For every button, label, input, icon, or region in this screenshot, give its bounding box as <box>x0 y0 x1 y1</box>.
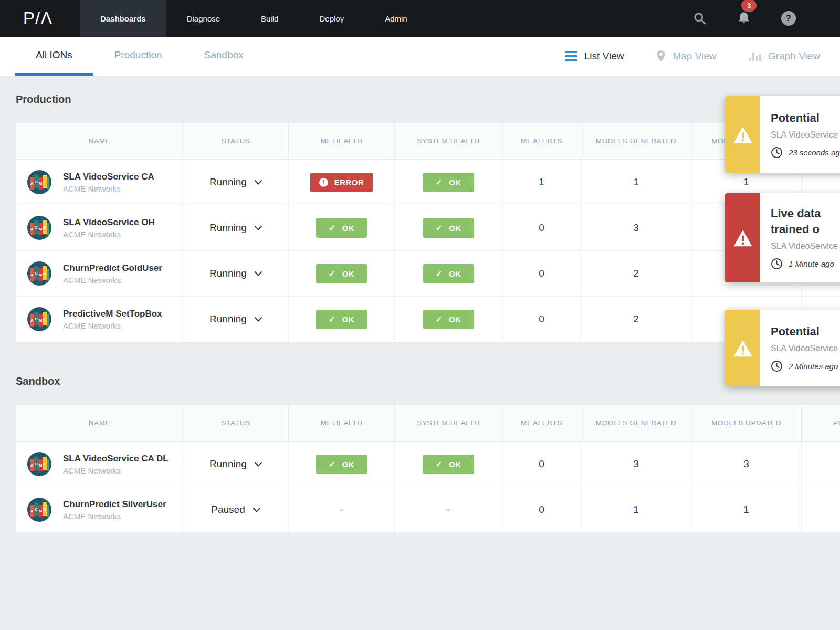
toast-subtitle: SLA VideoService <box>771 130 840 140</box>
graph-view-button[interactable]: Graph View <box>749 50 820 62</box>
models-generated-value: 2 <box>581 297 691 342</box>
ml-health-badge: ERROR <box>310 173 373 192</box>
ml-health-badge: OK <box>316 455 367 474</box>
ml-health-badge: OK <box>316 310 367 329</box>
system-health-empty: - <box>395 487 502 533</box>
system-health-badge: OK <box>423 310 474 329</box>
ml-alerts-value: 0 <box>502 487 581 533</box>
system-health-badge: OK <box>423 264 474 284</box>
top-nav-actions: 3 <box>693 0 840 37</box>
production-table-header: NAME STATUS ML HEALTH SYSTEM HEALTH ML A… <box>16 123 840 160</box>
top-nav-tabs: Dashboards Diagnose Build Deploy Admin <box>80 0 428 37</box>
clock-icon <box>771 360 783 372</box>
system-health-badge: OK <box>423 455 474 474</box>
ion-name: PredictiveM SetTopBox <box>63 309 162 319</box>
col-ml-alerts: ML ALERTS <box>502 123 581 160</box>
main-content: Production NAME STATUS ML HEALTH SYSTEM … <box>0 93 840 533</box>
top-tab-dashboards[interactable]: Dashboards <box>80 0 166 37</box>
chevron-down-icon <box>253 508 260 512</box>
check-icon <box>435 459 443 469</box>
ion-org: ACME Networks <box>63 466 169 475</box>
toast-content: Potential SLA VideoService 2 Minutes ago <box>760 310 840 386</box>
col-models-generated: MODELS GENERATED <box>581 405 691 442</box>
tab-production[interactable]: Production <box>93 37 183 76</box>
status-dropdown[interactable]: Running <box>184 313 288 325</box>
acme-logo: ACME <box>27 307 51 331</box>
status-value: Running <box>209 268 247 279</box>
top-tab-deploy[interactable]: Deploy <box>299 0 364 37</box>
status-dropdown[interactable]: Running <box>184 268 288 279</box>
chevron-down-icon <box>255 317 262 322</box>
top-tab-build[interactable]: Build <box>240 0 299 37</box>
list-view-icon <box>565 51 578 61</box>
status-dropdown[interactable]: Running <box>184 222 288 234</box>
toast-notification[interactable]: Potential SLA VideoService 2 Minutes ago <box>725 310 840 386</box>
status-dropdown[interactable]: Paused <box>184 504 288 516</box>
ion-name: SLA VideoService OH <box>63 217 155 228</box>
chevron-down-icon <box>255 271 262 276</box>
ion-name-cell[interactable]: ACME SLA VideoService CA DL ACME Network… <box>17 452 182 476</box>
graph-view-label: Graph View <box>768 50 820 62</box>
col-predictions: PREDICTIONS <box>802 405 840 442</box>
col-ml-health: ML HEALTH <box>289 123 395 160</box>
toast-notification[interactable]: Potential SLA VideoService 23 seconds ag… <box>725 96 840 173</box>
check-icon <box>435 223 443 233</box>
table-row: ACME SLA VideoService CA ACME Networks R… <box>16 160 840 205</box>
ml-alerts-value: 0 <box>502 442 581 487</box>
col-status: STATUS <box>183 405 289 442</box>
ml-health-empty: - <box>289 487 395 533</box>
notifications-bell-icon[interactable]: 3 <box>737 11 751 26</box>
table-row: ACME SLA VideoService OH ACME Networks R… <box>16 205 840 251</box>
status-dropdown[interactable]: Running <box>184 176 288 188</box>
sandbox-table: NAME STATUS ML HEALTH SYSTEM HEALTH ML A… <box>16 404 840 533</box>
top-tab-diagnose[interactable]: Diagnose <box>166 0 240 37</box>
check-icon <box>329 314 336 324</box>
search-icon[interactable] <box>693 12 707 25</box>
clock-icon <box>771 146 783 159</box>
help-icon[interactable] <box>781 11 796 26</box>
production-section-title: Production <box>16 93 824 106</box>
models-generated-value: 2 <box>581 251 691 297</box>
toast-notification[interactable]: Live data trained o SLA VideoService 1 M… <box>725 193 840 282</box>
table-row: ACME ChurnPredict SilverUser ACME Networ… <box>16 487 840 533</box>
page: { "colors": { "topnav_bg": "#17191d", "a… <box>0 0 840 630</box>
ml-alerts-value: 1 <box>502 160 581 205</box>
ion-name-cell[interactable]: ACME PredictiveM SetTopBox ACME Networks <box>17 307 182 331</box>
toast-content: Potential SLA VideoService 23 seconds ag… <box>760 96 840 173</box>
system-health-badge: OK <box>423 173 474 192</box>
top-tab-admin[interactable]: Admin <box>364 0 428 37</box>
ion-org: ACME Networks <box>63 230 155 239</box>
top-nav: P/Λ Dashboards Diagnose Build Deploy Adm… <box>0 0 840 37</box>
list-view-button[interactable]: List View <box>565 50 624 62</box>
toast-title: Potential <box>771 110 840 126</box>
app-logo[interactable]: P/Λ <box>0 0 80 37</box>
models-updated-value: 1 <box>691 487 802 533</box>
warning-triangle-icon <box>725 310 760 386</box>
tab-sandbox[interactable]: Sandbox <box>183 37 265 76</box>
table-row: ACME SLA VideoService CA DL ACME Network… <box>16 442 840 487</box>
ion-name-cell[interactable]: ACME SLA VideoService OH ACME Networks <box>17 216 182 240</box>
table-row: ACME PredictiveM SetTopBox ACME Networks… <box>16 297 840 342</box>
ion-name-cell[interactable]: ACME SLA VideoService CA ACME Networks <box>17 170 182 194</box>
ion-name-cell[interactable]: ACME ChurnPredict GoldUser ACME Networks <box>17 261 182 286</box>
toast-subtitle: SLA VideoService <box>771 242 838 251</box>
map-pin-icon <box>656 50 666 62</box>
col-models-updated: MODELS UPDATED <box>691 405 802 442</box>
ml-health-badge: OK <box>316 264 367 284</box>
toast-time: 2 Minutes ago <box>771 360 838 372</box>
tab-all-ions[interactable]: All IONs <box>15 37 93 76</box>
check-icon <box>329 269 336 279</box>
sandbox-section-title: Sandbox <box>16 375 824 387</box>
ion-name-cell[interactable]: ACME ChurnPredict SilverUser ACME Networ… <box>17 498 182 522</box>
ml-alerts-value: 0 <box>502 297 581 342</box>
list-view-label: List View <box>584 50 624 62</box>
chevron-down-icon <box>255 180 262 185</box>
ion-filter-bar: All IONs Production Sandbox List View Ma… <box>0 37 840 76</box>
warning-triangle-icon <box>725 193 760 282</box>
toast-subtitle: SLA VideoService <box>771 344 838 353</box>
acme-logo: ACME <box>27 498 51 522</box>
map-view-button[interactable]: Map View <box>656 50 716 62</box>
status-value: Running <box>209 222 247 234</box>
status-dropdown[interactable]: Running <box>184 458 288 470</box>
production-table: NAME STATUS ML HEALTH SYSTEM HEALTH ML A… <box>16 122 840 342</box>
